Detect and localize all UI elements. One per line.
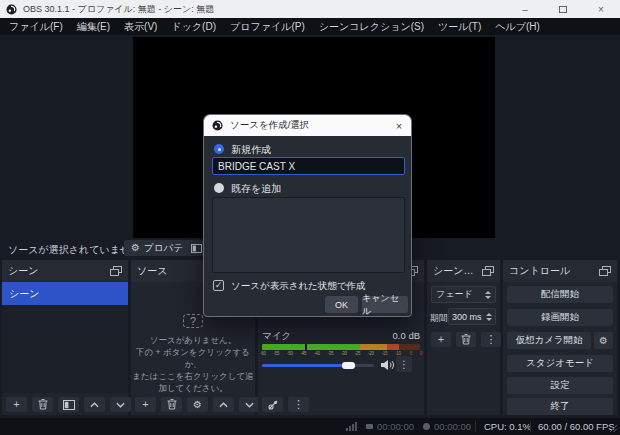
source-name-input[interactable] (212, 157, 405, 175)
dialog-titlebar: ソースを作成/選択 × (204, 115, 411, 136)
volume-slider-handle[interactable] (342, 362, 355, 369)
record-icon (423, 423, 430, 430)
cpu-usage: CPU: 0.1% (484, 418, 531, 435)
cancel-button[interactable]: キャンセル (362, 296, 408, 313)
sources-empty-line: 下の + ボタンをクリックするか、 (131, 346, 255, 370)
transition-select[interactable]: フェード (431, 286, 496, 303)
dock-icon[interactable] (482, 266, 494, 276)
no-source-selected-label: ソースが選択されていません (8, 243, 140, 257)
sources-empty-line: ソースがありません。 (131, 334, 255, 346)
chevron-up-icon (90, 402, 99, 408)
radio-add-existing-label: 既存を追加 (231, 182, 281, 196)
volume-meter (262, 344, 420, 350)
check-icon: ✓ (215, 280, 223, 290)
mixer-menu-button[interactable]: ⋮ (288, 397, 309, 412)
gear-icon: ⚙ (193, 400, 202, 410)
chevron-down-icon (245, 402, 254, 408)
add-source-button[interactable]: + (135, 397, 156, 412)
gear-icon: ⚙ (131, 243, 140, 253)
trash-icon (167, 399, 177, 410)
make-visible-checkbox[interactable]: ✓ (213, 280, 224, 291)
studio-mode-button[interactable]: スタジオモード (507, 355, 613, 372)
scenes-list: シーン (2, 282, 128, 393)
trash-icon (461, 334, 471, 345)
menu-item-help[interactable]: ヘルプ(H) (488, 18, 547, 35)
controls-panel: コントロール 配信開始 録画開始 仮想カメラ開始 ⚙ スタジオモード 設定 終了 (503, 260, 617, 415)
meter-tick: 0 (420, 351, 422, 357)
dock-icon[interactable] (110, 266, 122, 276)
menu-item-edit[interactable]: 編集(E) (70, 18, 117, 35)
remove-transition-button[interactable] (456, 332, 476, 347)
scene-up-button[interactable] (84, 397, 105, 412)
radio-add-existing[interactable] (214, 183, 224, 193)
start-streaming-button[interactable]: 配信開始 (507, 286, 613, 303)
controls-panel-title: コントロール (509, 264, 599, 278)
menu-item-view[interactable]: 表示(V) (117, 18, 164, 35)
network-icon (346, 418, 357, 435)
record-timecode: 00:00:00 (423, 418, 471, 435)
speaker-icon[interactable] (380, 359, 394, 371)
dialog-title: ソースを作成/選択 (230, 119, 387, 132)
transition-menu-button[interactable]: ⋮ (481, 332, 501, 347)
chevron-down-icon (116, 402, 125, 408)
scenes-panel: シーン シーン + (2, 260, 128, 415)
select-arrows-icon (485, 291, 491, 299)
advanced-audio-button[interactable] (262, 397, 283, 412)
menu-item-file[interactable]: ファイル(F) (2, 18, 70, 35)
source-down-button[interactable] (239, 397, 260, 412)
exit-button[interactable]: 終了 (507, 398, 613, 415)
add-transition-button[interactable]: + (431, 332, 451, 347)
remove-scene-button[interactable] (32, 397, 53, 412)
maximize-button[interactable] (544, 0, 582, 18)
menu-item-scene-collection[interactable]: シーンコレクション(S) (312, 18, 431, 35)
chevron-up-icon (219, 402, 228, 408)
scene-list-item[interactable]: シーン (2, 282, 128, 305)
make-visible-label: ソースが表示された状態で作成 (231, 280, 366, 293)
question-icon: ? (183, 314, 203, 328)
duration-label: 期間 (430, 312, 448, 325)
scene-down-button[interactable] (110, 397, 131, 412)
menu-item-dock[interactable]: ドック(D) (164, 18, 223, 35)
channel-menu-button[interactable]: ⋮ (396, 356, 412, 372)
dock-icon[interactable] (599, 266, 611, 276)
panel-split-icon (63, 400, 75, 410)
source-properties-button[interactable]: ⚙ (187, 397, 208, 412)
duration-spinner[interactable]: 300 ms (448, 308, 496, 325)
settings-button[interactable]: 設定 (507, 377, 613, 394)
sources-empty-line: またはここを右クリックして追加してください。 (131, 370, 255, 394)
mixer-channel-name: マイク (262, 330, 291, 343)
scene-transitions-panel: シーントランジ... フェード 期間 300 ms + ⋮ (427, 260, 500, 415)
close-button[interactable]: × (582, 0, 620, 18)
gear-icon: ⚙ (599, 336, 608, 346)
start-virtual-camera-button[interactable]: 仮想カメラ開始 (507, 332, 591, 349)
resize-grip[interactable] (609, 424, 618, 433)
fps-counter: 60.00 / 60.00 FPS (538, 418, 615, 435)
minimize-button[interactable]: – (506, 0, 544, 18)
peak-marker (305, 344, 307, 350)
menu-item-tools[interactable]: ツール(T) (431, 18, 488, 35)
remove-source-button[interactable] (161, 397, 182, 412)
start-recording-button[interactable]: 録画開始 (507, 309, 613, 326)
radio-create-new-label: 新規作成 (231, 143, 271, 157)
dialog-close-button[interactable]: × (387, 120, 411, 132)
scenes-panel-title: シーン (8, 264, 110, 278)
menu-item-profile[interactable]: プロファイル(P) (223, 18, 312, 35)
stream-icon (366, 424, 373, 429)
transitions-panel-title: シーントランジ... (433, 264, 482, 278)
existing-sources-list[interactable] (212, 197, 405, 273)
ok-button[interactable]: OK (325, 296, 358, 313)
add-scene-button[interactable]: + (6, 397, 27, 412)
virtual-camera-settings-button[interactable]: ⚙ (594, 332, 613, 349)
radio-create-new[interactable] (214, 144, 224, 154)
obs-logo-icon (212, 120, 223, 131)
menu-bar: ファイル(F) 編集(E) 表示(V) ドック(D) プロファイル(P) シーン… (0, 18, 620, 35)
trash-icon (38, 399, 48, 410)
window-titlebar: OBS 30.1.1 - プロファイル: 無題 - シーン: 無題 – × (0, 0, 620, 18)
volume-slider[interactable] (262, 364, 374, 367)
filters-icon (191, 244, 202, 253)
audio-sliders-icon (267, 399, 279, 411)
stream-timecode: 00:00:00 (366, 418, 414, 435)
source-up-button[interactable] (213, 397, 234, 412)
status-bar: 00:00:00 00:00:00 CPU: 0.1% 60.00 / 60.0… (0, 418, 620, 435)
scene-filters-button[interactable] (58, 397, 79, 412)
